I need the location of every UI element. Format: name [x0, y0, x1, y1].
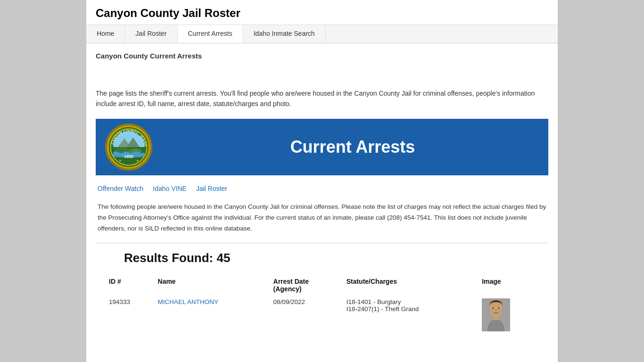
- content-area: Canyon County Current Arrests The page l…: [86, 43, 558, 343]
- sub-link-jail-roster[interactable]: Jail Roster: [196, 185, 227, 192]
- banner: CANYON COUNTY · IDAHO ·1892· ★ ★ Current…: [96, 119, 548, 175]
- page-wrapper: Canyon County Jail Roster Home Jail Rost…: [86, 0, 558, 362]
- county-seal: CANYON COUNTY · IDAHO ·1892· ★ ★: [105, 123, 152, 171]
- nav-bar: Home Jail Roster Current Arrests Idaho I…: [86, 25, 558, 43]
- inmate-photo: [482, 298, 510, 331]
- sub-link-idaho-vine[interactable]: Idaho VINE: [153, 185, 187, 192]
- cell-image: [478, 296, 539, 334]
- page-section-title: Canyon County Current Arrests: [96, 52, 548, 60]
- results-heading: Results Found: 45: [124, 251, 548, 265]
- col-header-charges: Statute/Charges: [343, 275, 479, 296]
- svg-rect-12: [494, 315, 498, 320]
- sub-links: Offender Watch Idaho VINE Jail Roster: [96, 181, 548, 196]
- col-header-id: ID #: [105, 275, 154, 296]
- col-header-image: Image: [478, 275, 539, 296]
- col-header-arrest-date: Arrest Date(Agency): [270, 275, 343, 296]
- cell-id: 194333: [105, 296, 154, 334]
- divider: [96, 243, 548, 243]
- banner-title: Current Arrests: [166, 137, 539, 157]
- svg-point-11: [489, 301, 503, 316]
- charge-line-1: I18-1401 - Burglary: [347, 298, 475, 305]
- cell-charges: I18-1401 - Burglary I18-2407(1) - Theft …: [343, 296, 479, 334]
- nav-item-home[interactable]: Home: [86, 25, 125, 43]
- col-header-name: Name: [154, 275, 270, 296]
- table-header-row: ID # Name Arrest Date(Agency) Statute/Ch…: [105, 275, 539, 296]
- sub-link-offender-watch[interactable]: Offender Watch: [98, 185, 143, 192]
- site-title: Canyon County Jail Roster: [96, 7, 548, 20]
- table-area: ID # Name Arrest Date(Agency) Statute/Ch…: [96, 275, 548, 334]
- nav-item-idaho-inmate-search[interactable]: Idaho Inmate Search: [243, 25, 326, 43]
- svg-text:·1892·: ·1892·: [124, 155, 134, 159]
- site-header: Canyon County Jail Roster: [86, 0, 558, 25]
- nav-item-jail-roster[interactable]: Jail Roster: [125, 25, 177, 43]
- notice-text: The following people are/were housed in …: [96, 202, 548, 234]
- charge-line-2: I18-2407(1) - Theft Grand: [347, 305, 475, 313]
- nav-item-current-arrests[interactable]: Current Arrests: [178, 25, 243, 43]
- svg-point-15: [493, 307, 494, 309]
- description-text: The page lists the sheriff's current arr…: [96, 88, 548, 109]
- table-row: 194333 MICHAEL ANTHONY 08/09/2022 I18-14…: [105, 296, 539, 334]
- cell-arrest-date: 08/09/2022: [270, 296, 343, 334]
- inmate-name-link[interactable]: MICHAEL ANTHONY: [158, 298, 219, 305]
- cell-name: MICHAEL ANTHONY: [154, 296, 270, 334]
- roster-table: ID # Name Arrest Date(Agency) Statute/Ch…: [105, 275, 539, 334]
- svg-point-16: [498, 307, 500, 309]
